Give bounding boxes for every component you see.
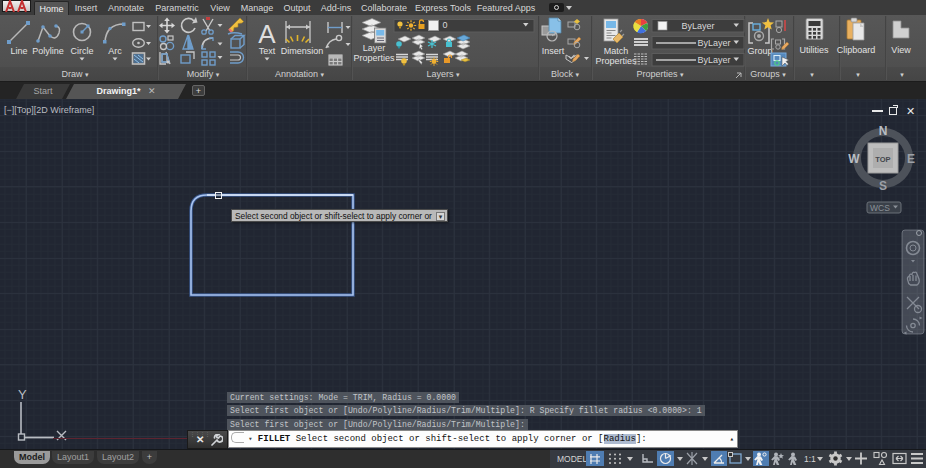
svg-text:ByLayer: ByLayer: [681, 21, 714, 31]
svg-text:Text: Text: [259, 46, 276, 56]
svg-text:Properties: Properties: [353, 53, 395, 63]
svg-text:N: N: [879, 124, 888, 138]
svg-text:E: E: [907, 152, 915, 166]
svg-text:MODEL: MODEL: [557, 454, 588, 464]
svg-text:Line: Line: [10, 46, 27, 56]
svg-text:W: W: [848, 152, 860, 166]
svg-text:TOP: TOP: [875, 155, 890, 164]
svg-text:Utilities: Utilities: [799, 45, 829, 55]
svg-text:Clipboard: Clipboard: [837, 45, 876, 55]
svg-text:Dimension: Dimension: [281, 46, 324, 56]
svg-text:0: 0: [442, 20, 447, 30]
svg-text:ByLayer: ByLayer: [697, 55, 730, 65]
svg-text:1:1: 1:1: [804, 454, 816, 464]
svg-text:Group: Group: [747, 46, 772, 56]
svg-text:Circle: Circle: [70, 46, 93, 56]
svg-text:ByLayer: ByLayer: [697, 38, 730, 48]
svg-text:Y: Y: [18, 387, 27, 402]
svg-text:Layer: Layer: [363, 43, 386, 53]
svg-text:S: S: [879, 179, 887, 193]
svg-text:Insert: Insert: [542, 46, 565, 56]
svg-text:Properties: Properties: [595, 56, 637, 66]
svg-text:Polyline: Polyline: [32, 46, 64, 56]
svg-text:Arc: Arc: [108, 46, 122, 56]
svg-text:Match: Match: [604, 46, 629, 56]
svg-text:WCS: WCS: [870, 203, 890, 213]
svg-text:View: View: [891, 45, 911, 55]
svg-text:A: A: [258, 19, 276, 49]
